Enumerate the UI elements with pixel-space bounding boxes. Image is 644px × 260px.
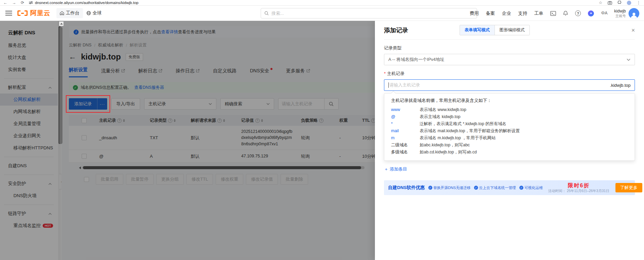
browser-actions: ☆ ⋮ [599, 1, 641, 5]
promo-feature: ✓可视化运维 [519, 185, 543, 190]
help-term: 多级域名 [391, 149, 420, 156]
region-selector[interactable]: 全球 [83, 8, 105, 18]
content-scroll-thumb[interactable] [59, 27, 62, 144]
account-text: kidwjb 主账号 [614, 9, 626, 17]
modal-dim-overlay [0, 21, 375, 260]
browser-back-icon[interactable]: ← [3, 1, 7, 5]
help-desc: 表示域名 m.kidwjb.top ，常用于手机网站 [420, 135, 496, 142]
logo-left-bracket [17, 10, 20, 16]
workbench-label: 工作台 [66, 10, 80, 16]
add-entry-label: 添加条目 [390, 166, 407, 172]
help-icon[interactable]: ? [575, 10, 581, 16]
promo-cta-button[interactable]: 了解更多 [615, 183, 642, 192]
promo-feature: ✓替换开源DNS无缝迁移 [428, 185, 471, 190]
browser-reload-icon[interactable]: ⟳ [21, 1, 24, 5]
promo-feature-label: 云上云下域名统一管理 [479, 185, 516, 190]
global-search-placeholder: 搜索... [271, 10, 284, 16]
host-record-help-popup: 主机记录就是域名前缀，常用主机记录及含义如下： www表示域名 www.kidw… [384, 93, 635, 161]
help-desc: 泛解析，表示满足格式 *.kidwjb.top 的所有域名 [420, 120, 506, 127]
add-entry-link[interactable]: ＋ 添加条目 [384, 166, 407, 172]
site-settings-icon [29, 1, 33, 4]
globe-icon [86, 11, 91, 15]
promo-feature-label: 替换开源DNS无缝迁移 [433, 185, 471, 190]
add-record-panel: 添加记录 表单填写模式图形编排模式 × 记录类型 A -- 将域名指向一个IPv… [375, 21, 644, 260]
aliyun-top-nav: 阿里云 工作台 全球 搜索... 费用备案企业支持工单 ? ✦ 中A kidwj… [0, 6, 644, 21]
notifications-bell-icon[interactable] [563, 11, 568, 16]
help-row-*: *泛解析，表示满足格式 *.kidwjb.top 的所有域名 [391, 120, 628, 127]
domain-suffix: .kidwjb.top [610, 83, 631, 88]
panel-close-icon[interactable]: × [631, 27, 635, 33]
browser-profile-avatar[interactable] [627, 1, 631, 5]
mode-图形编排模式[interactable]: 图形编排模式 [495, 25, 529, 35]
logo-dash [21, 13, 24, 14]
products-menu-icon[interactable] [5, 11, 12, 15]
account-avatar[interactable] [629, 8, 639, 19]
check-icon: ✓ [474, 186, 478, 190]
help-term[interactable]: www [391, 106, 420, 113]
browser-menu-kebab-icon[interactable]: ⋮ [637, 1, 641, 5]
host-record-input[interactable]: 请输入主机记录 .kidwjb.top [384, 79, 635, 91]
global-search-box[interactable]: 搜索... [261, 8, 477, 18]
account-block[interactable]: kidwjb 主账号 [614, 8, 639, 19]
browser-url-bar[interactable]: dnsnext.console.aliyun.com/authoritative… [29, 1, 138, 5]
url-text: dnsnext.console.aliyun.com/authoritative… [35, 1, 138, 5]
mode-表单填写模式[interactable]: 表单填写模式 [460, 25, 495, 35]
promo-title: 自建DNS软件优惠 [388, 185, 425, 191]
logo-right-bracket [25, 10, 28, 16]
account-name: kidwjb [614, 9, 626, 13]
help-term[interactable]: @ [391, 113, 420, 120]
promo-discount: 限时6折 [568, 182, 590, 189]
screenshot-camera-icon[interactable] [608, 1, 612, 5]
promo-banner: 自建DNS软件优惠 ✓替换开源DNS无缝迁移✓云上云下域名统一管理✓可视化运维 … [384, 180, 635, 195]
cloudshell-terminal-icon[interactable] [550, 11, 556, 16]
help-desc: 表示域名 www.kidwjb.top [420, 106, 466, 113]
nav-right-cluster: 费用备案企业支持工单 ? ✦ 中A kidwjb 主账号 [470, 6, 639, 21]
plus-icon: ＋ [384, 166, 388, 172]
record-type-select[interactable]: A -- 将域名指向一个IPv4地址 [384, 54, 635, 65]
nav-link-费用[interactable]: 费用 [470, 10, 479, 16]
assistant-icon[interactable]: ✦ [588, 10, 594, 16]
help-desc: 表示域名 mail.kidwjb.top，常用于邮箱业务的解析设置 [420, 127, 520, 135]
promo-period: 活动时间： 25年11月6日–26年3月31日 [548, 189, 609, 193]
help-term[interactable]: mail [391, 127, 420, 135]
language-switch-icon[interactable]: 中A [601, 10, 607, 16]
help-row-www: www表示域名 www.kidwjb.top [391, 106, 628, 113]
bookmark-star-icon[interactable]: ☆ [599, 1, 602, 5]
help-rows: www表示域名 www.kidwjb.top@表示主域名 kidwjb.top*… [391, 106, 628, 156]
content-scroll-up-arrow[interactable] [59, 22, 63, 26]
browser-chrome: ← → ⟳ dnsnext.console.aliyun.com/authori… [0, 0, 644, 6]
search-icon [264, 11, 269, 15]
promo-features: ✓替换开源DNS无缝迁移✓云上云下域名统一管理✓可视化运维 [428, 185, 543, 190]
help-term[interactable]: m [391, 135, 420, 142]
host-input-placeholder: 请输入主机记录 [389, 82, 420, 88]
extensions-puzzle-icon[interactable] [617, 1, 621, 5]
nav-link-备案[interactable]: 备案 [486, 10, 495, 16]
promo-discount-block: 限时6折 活动时间： 25年11月6日–26年3月31日 [548, 182, 609, 193]
workbench-entry[interactable]: 工作台 [56, 8, 83, 18]
help-desc: 如abc.kidwjb.top，则写abc [420, 142, 470, 149]
mode-toggle: 表单填写模式图形编排模式 [460, 25, 530, 35]
account-role: 主账号 [615, 14, 626, 18]
promo-feature: ✓云上云下域名统一管理 [474, 185, 516, 190]
region-label: 全球 [93, 10, 102, 16]
app-root: ← → ⟳ dnsnext.console.aliyun.com/authori… [0, 0, 644, 260]
help-term[interactable]: * [391, 120, 420, 127]
help-intro: 主机记录就是域名前缀，常用主机记录及含义如下： [391, 98, 628, 104]
host-record-label: 主机记录 [387, 71, 404, 76]
host-record-label-row: *主机记录 [384, 71, 635, 77]
page-body: 云解析 DNS 服务总览统计大盘实例套餐解析配置公网权威解析内网域名解析全局流量… [0, 21, 644, 260]
text-caret [388, 82, 389, 88]
nav-links: 费用备案企业支持工单 [470, 10, 543, 16]
help-term: 二级域名 [391, 142, 420, 149]
nav-link-支持[interactable]: 支持 [518, 10, 527, 16]
promo-feature-label: 可视化运维 [524, 185, 543, 190]
check-icon: ✓ [428, 186, 432, 190]
aliyun-logo[interactable]: 阿里云 [17, 9, 50, 17]
browser-forward-icon[interactable]: → [12, 1, 16, 5]
nav-link-工单[interactable]: 工单 [534, 10, 543, 16]
check-icon: ✓ [519, 186, 523, 190]
panel-title: 添加记录 [384, 26, 408, 34]
home-icon [60, 11, 64, 15]
help-row-mail: mail表示域名 mail.kidwjb.top，常用于邮箱业务的解析设置 [391, 127, 628, 135]
nav-link-企业[interactable]: 企业 [502, 10, 511, 16]
